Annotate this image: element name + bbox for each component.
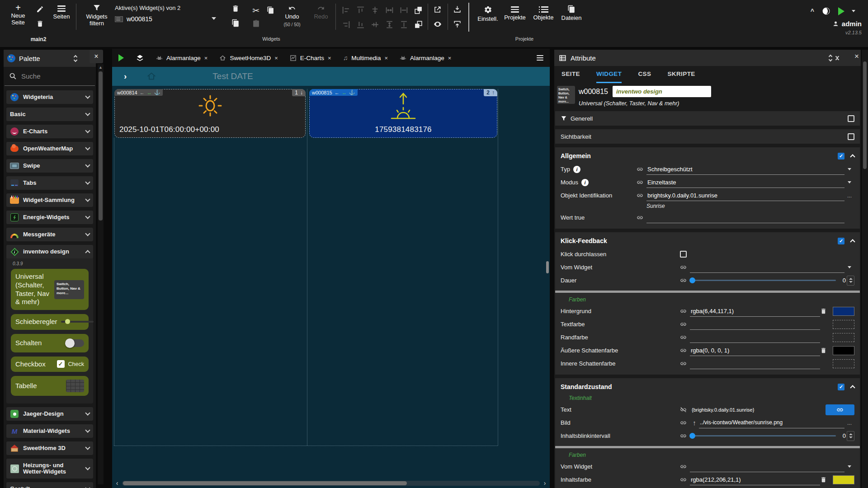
widget-selector[interactable]: w000815 [115, 15, 152, 23]
objects-button[interactable]: Objekte [532, 6, 555, 21]
clear-color-icon[interactable] [820, 347, 830, 354]
widget-w000815-selected[interactable]: w000815 ← ↔ ⚓ 2 ↑ 1759381483176 [309, 89, 497, 138]
randfarbe-input[interactable] [690, 332, 820, 343]
textfarbe-input[interactable] [690, 319, 820, 330]
link-icon[interactable] [680, 264, 690, 271]
send-back-icon[interactable] [414, 20, 423, 29]
color-swatch-empty[interactable] [833, 320, 854, 329]
oid-input[interactable]: brightsky.0.daily.01.sunrise [646, 190, 844, 201]
link-icon[interactable] [680, 277, 690, 284]
bild-input[interactable]: ../vis-icontwo/Weather/sunrise.png [699, 418, 844, 428]
select-caret[interactable] [848, 465, 851, 468]
aussen-input[interactable]: rgba(0, 0, 0, 1) [690, 345, 820, 356]
color-swatch[interactable] [833, 346, 854, 355]
widget-card-schalten[interactable]: Schalten [11, 334, 89, 352]
blink-value[interactable]: 0 [836, 432, 847, 439]
link-icon[interactable] [680, 419, 690, 426]
redo-button[interactable]: Redo [311, 5, 331, 20]
undo-button[interactable]: Undo (50 / 50) [280, 5, 304, 27]
home-icon[interactable] [146, 71, 156, 81]
equal-height-icon[interactable] [400, 20, 408, 29]
color-swatch[interactable] [833, 475, 854, 484]
attribute-close-button[interactable]: × [851, 51, 863, 62]
typ-select[interactable]: Schreibgeschützt [646, 164, 844, 175]
search-input[interactable] [21, 72, 80, 80]
vom-widget-select[interactable] [690, 461, 844, 472]
view-tab-echarts[interactable]: E-Charts × [290, 55, 331, 61]
export-icon[interactable] [453, 20, 462, 28]
image-picker-button[interactable]: ... [844, 420, 854, 426]
oid-picker-button[interactable]: ... [844, 192, 854, 199]
paste-icon[interactable] [252, 20, 260, 28]
tab-skripte[interactable]: SKRIPTE [667, 70, 695, 83]
scrollbar-thumb[interactable] [123, 481, 407, 485]
widget-selector-caret[interactable] [212, 20, 216, 28]
copy-icon[interactable] [267, 6, 274, 14]
palette-group-messgeraete[interactable]: Messgeräte [6, 228, 93, 241]
vom-widget-select[interactable] [690, 262, 844, 273]
align-center-v-icon[interactable] [371, 20, 379, 29]
color-swatch-empty[interactable] [833, 359, 854, 368]
theme-toggle-icon[interactable] [821, 6, 831, 16]
palette-group-widgeteria[interactable]: Widgeteria [6, 90, 93, 104]
palette-group-tabs[interactable]: Tabs [6, 176, 93, 190]
dauer-slider[interactable] [690, 275, 836, 286]
text-binding-value[interactable]: {brightsky.0.daily.01.sunrise} [690, 407, 826, 413]
align-center-h-icon[interactable] [371, 6, 379, 14]
section-checkbox-checked[interactable]: ✓ [838, 238, 844, 244]
canvas-vertical-scrollbar[interactable] [546, 261, 549, 273]
cut-icon[interactable]: ✂ [252, 5, 259, 16]
link-icon[interactable] [680, 432, 690, 439]
link-icon[interactable] [680, 308, 690, 314]
palette-group-gestylt[interactable]: Gestylt [6, 482, 93, 488]
dauer-spinner[interactable] [847, 276, 854, 286]
delete-page-button[interactable] [36, 20, 44, 28]
binding-link-button[interactable] [826, 404, 854, 415]
link-icon[interactable] [637, 166, 646, 173]
link-icon[interactable] [680, 360, 690, 367]
files-button[interactable]: Dateien [560, 5, 583, 22]
palette-group-widget-sammlung[interactable]: Widget-Sammlung [6, 193, 93, 207]
section-generell[interactable]: Generell [555, 111, 860, 126]
hintergrund-input[interactable]: rgba(6,44,117,1) [690, 306, 820, 317]
collapse-section-icon[interactable] [850, 154, 855, 159]
palette-group-openweathermap[interactable]: OpenWeatherMap [6, 142, 93, 155]
palette-group-energie[interactable]: Energie-Widgets [6, 211, 93, 224]
clear-color-icon[interactable] [820, 476, 830, 483]
select-caret[interactable] [848, 266, 851, 268]
color-swatch-empty[interactable] [833, 333, 854, 342]
palette-scrollbar[interactable]: ▲ [98, 64, 104, 484]
color-swatch[interactable] [833, 307, 854, 316]
collapse-section-icon[interactable] [850, 239, 855, 244]
close-tab-icon[interactable]: × [384, 55, 388, 61]
palette-group-echarts[interactable]: E-Charts [6, 125, 93, 138]
view-tab-alarmanlage[interactable]: Alarmanlage × [156, 55, 208, 61]
palette-group-jaeger[interactable]: Jaeger-Design [6, 407, 93, 421]
collapse-all-icon[interactable] [836, 55, 839, 61]
scroll-right-arrow[interactable]: › [542, 479, 548, 487]
modus-select[interactable]: Einzeltaste [646, 177, 844, 188]
info-icon[interactable]: i [573, 166, 580, 173]
widget-set-field[interactable]: inventwo design [613, 86, 711, 97]
palette-group-heizung[interactable]: Heizungs- und Wetter-Widgets [6, 459, 93, 479]
wert-input[interactable] [646, 212, 844, 223]
section-checkbox-checked[interactable]: ✓ [838, 384, 844, 390]
section-checkbox[interactable] [848, 115, 854, 122]
link-off-icon[interactable] [680, 406, 690, 413]
scroll-up-arrow[interactable]: ▲ [98, 64, 104, 70]
palette-group-sweethome[interactable]: SweetHome 3D [6, 441, 93, 455]
view-canvas[interactable]: › Test DATE w000814 ← ↔ ⚓ 1 ↓ 2025-10-01… [112, 67, 550, 488]
widget-card-checkbox[interactable]: Checkbox ✓ Check [11, 357, 89, 372]
breadcrumb-arrow[interactable]: › [124, 71, 127, 81]
unfold-all-icon[interactable] [74, 56, 77, 61]
clone-widget-button[interactable] [231, 19, 240, 27]
tab-list-menu-icon[interactable] [537, 55, 543, 61]
pages-button[interactable]: Seiten [51, 5, 72, 20]
align-left-icon[interactable] [342, 6, 350, 14]
scroll-left-arrow[interactable]: ‹ [114, 479, 120, 487]
edit-page-button[interactable] [36, 5, 44, 13]
run-play-icon[interactable] [838, 7, 844, 15]
tab-widget[interactable]: WIDGET [596, 70, 622, 83]
align-top-icon[interactable] [356, 6, 365, 14]
scrollbar-thumb[interactable] [863, 61, 867, 169]
